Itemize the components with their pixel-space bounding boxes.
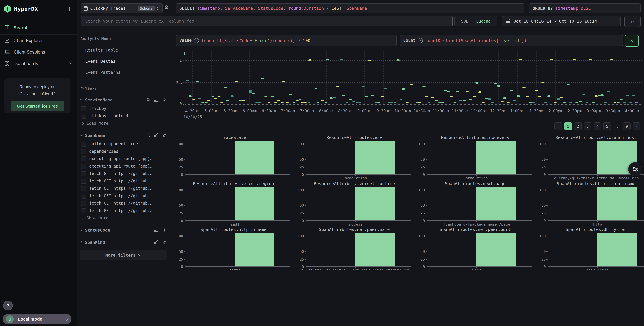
facet-tick: [184, 267, 185, 267]
pin-icon[interactable]: [162, 228, 167, 232]
chevron-down-icon: [80, 134, 82, 136]
facet-chart[interactable]: SpanAttributes.net.peer.name10050250z5nr…: [296, 227, 412, 270]
gridline-x: [422, 51, 422, 104]
source-select[interactable]: ClickPy Traces Schema: [81, 3, 162, 13]
lucene-toggle-label[interactable]: Lucene: [476, 19, 491, 24]
filter-group-header[interactable]: StatusCode: [80, 226, 167, 234]
chevron-right-icon: [80, 229, 82, 231]
mode-results-table[interactable]: Results Table: [80, 45, 167, 56]
checkbox[interactable]: [81, 193, 86, 198]
dash-mark: [435, 100, 438, 101]
filter-value-row[interactable]: fetch GET https://github.…: [80, 200, 167, 207]
facet-chart[interactable]: ResourceAttribu...vercel.runtime10050250…: [296, 181, 412, 224]
pin-icon[interactable]: [162, 133, 167, 137]
checkbox[interactable]: [81, 141, 86, 146]
checkbox[interactable]: [81, 186, 86, 191]
filter-value-row[interactable]: clickpy: [80, 105, 167, 112]
filter-value-row[interactable]: executing api route (app)…: [80, 162, 167, 170]
date-range-picker[interactable]: Oct 10 04:16:14 - Oct 10 16:16:14: [502, 16, 621, 26]
bar-chart-icon[interactable]: [154, 98, 158, 102]
facet-chart[interactable]: SpanAttributes.next.page10050250/dashboa…: [418, 181, 533, 224]
language-toggle[interactable]: SQL | Lucene: [454, 16, 497, 26]
get-started-button[interactable]: Get Started for Free: [11, 101, 64, 111]
facet-chart[interactable]: SpanAttributes.db.system10050250clickhou…: [538, 227, 644, 270]
gear-icon[interactable]: ⚙: [164, 5, 169, 11]
pin-icon[interactable]: [162, 98, 167, 102]
checkbox[interactable]: [81, 156, 86, 161]
sidebar-item-client-sessions[interactable]: Client Sessions: [0, 46, 77, 58]
checkbox[interactable]: [81, 149, 86, 154]
select-clause-input[interactable]: SELECT Timestamp, ServiceName, StatusCod…: [176, 3, 524, 13]
facet-chart[interactable]: TraceState10050250: [176, 135, 291, 178]
facet-chart[interactable]: SpanAttributes.http.client.name10050250h…: [538, 181, 644, 224]
dash-mark: [352, 101, 355, 102]
search-icon[interactable]: [146, 98, 150, 102]
filter-value-row[interactable]: dependencies: [80, 148, 167, 155]
facet-chart[interactable]: SpanAttributes.net.peer.port100502508443: [418, 227, 533, 270]
page-button-3[interactable]: 3: [584, 122, 592, 130]
filter-value-row[interactable]: fetch GET https://github.…: [80, 177, 167, 185]
filter-load-more[interactable]: Show more: [80, 214, 167, 222]
checkbox[interactable]: [81, 106, 86, 111]
avatar: U: [6, 315, 14, 323]
page-button-1[interactable]: 1: [564, 122, 572, 130]
facet-chart[interactable]: ResourceAttributes.node.env10050250produ…: [418, 135, 533, 178]
count-expression-input[interactable]: Count i countDistinct(SpanAttributes['us…: [400, 35, 623, 46]
filter-group-header[interactable]: SpanKind: [80, 238, 167, 246]
filter-value-row[interactable]: fetch GET https://github.…: [80, 185, 167, 192]
bar-chart-icon[interactable]: [154, 240, 158, 244]
help-button[interactable]: ?: [3, 301, 13, 310]
local-mode-menu[interactable]: U Local mode: [3, 314, 71, 324]
chart-settings-fab[interactable]: [628, 162, 642, 176]
pin-icon[interactable]: [162, 240, 167, 244]
filter-value-row[interactable]: fetch GET https://github.…: [80, 192, 167, 200]
page-button-5[interactable]: 5: [603, 122, 611, 130]
page-button-4[interactable]: 4: [594, 122, 601, 130]
more-filters-button[interactable]: More filters: [80, 250, 167, 260]
order-by-input[interactable]: ORDER BY Timestamp DESC: [529, 3, 641, 13]
checkbox[interactable]: [81, 179, 86, 184]
checkbox[interactable]: [81, 171, 86, 176]
checkbox[interactable]: [81, 208, 86, 213]
sql-toggle-label[interactable]: SQL: [461, 19, 468, 24]
dash-mark: [271, 96, 274, 97]
bar-chart-icon[interactable]: [154, 133, 158, 137]
facet-chart[interactable]: ResourceAttributes.vercel.region10050250…: [176, 181, 291, 224]
value-expression-input[interactable]: Value i (countIf(StatusCode='Error')/cou…: [176, 35, 396, 46]
page-button-‹[interactable]: ‹: [554, 122, 562, 130]
bar-chart-icon[interactable]: [154, 228, 158, 232]
checkbox[interactable]: [81, 113, 86, 118]
info-icon: i: [418, 38, 423, 43]
page-button-›[interactable]: ›: [632, 122, 640, 130]
search-input[interactable]: [81, 16, 453, 26]
count-label: Count: [403, 38, 416, 43]
filter-value-row[interactable]: fetch GET https://github.…: [80, 207, 167, 214]
search-run-button[interactable]: ▷: [624, 16, 641, 27]
filter-value-row[interactable]: build component tree: [80, 140, 167, 148]
filter-value-row[interactable]: fetch GET https://github.…: [80, 170, 167, 177]
filter-load-more[interactable]: Load more: [80, 120, 167, 127]
sidebar-item-chart-explorer[interactable]: Chart Explorer: [0, 35, 77, 46]
run-query-button[interactable]: ▷: [625, 35, 638, 47]
checkbox[interactable]: [81, 201, 86, 206]
facet-chart[interactable]: SpanAttributes.http.scheme10050250https: [176, 227, 291, 270]
dash-mark: [447, 91, 450, 92]
filter-group-header[interactable]: ServiceName: [80, 96, 167, 103]
facet-chart[interactable]: ResourceAttributes.env10050250production: [296, 135, 412, 178]
mode-event-patterns[interactable]: Event Patterns: [80, 67, 167, 78]
sidebar-item-search[interactable]: Search: [0, 21, 77, 35]
filter-value-row[interactable]: clickpy-frontend: [80, 112, 167, 120]
search-icon[interactable]: [146, 133, 150, 137]
facet-chart[interactable]: ResourceAttribu..cel.branch_host10050250…: [538, 135, 644, 178]
collapse-sidebar-icon[interactable]: [68, 7, 74, 11]
checkbox[interactable]: [81, 164, 86, 169]
page-button-2[interactable]: 2: [574, 122, 582, 130]
sidebar-item-dashboards[interactable]: Dashboards: [0, 58, 77, 69]
dash-mark: [491, 102, 494, 103]
filter-value-row[interactable]: executing api route (app)…: [80, 155, 167, 162]
mode-event-deltas[interactable]: Event Deltas: [80, 56, 167, 67]
facet-x-axis: [427, 174, 532, 175]
event-deltas-chart[interactable]: 00.51 4:30am5:00am5:30am6:00am6:30am7:00…: [176, 49, 644, 121]
page-button-9[interactable]: 9: [623, 122, 630, 130]
filter-group-header[interactable]: SpanName: [80, 131, 167, 139]
